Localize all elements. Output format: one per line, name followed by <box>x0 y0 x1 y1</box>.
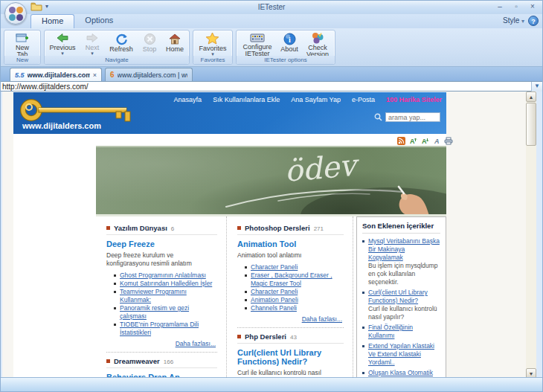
list-item: Channels Paneli <box>245 304 344 312</box>
more-link-wrap: Daha fazlası... <box>106 340 216 347</box>
list-item: Ghost Programının Anlatılması <box>114 271 217 280</box>
refresh-icon <box>115 32 128 45</box>
list-item: TIOBE'nin Programlama Dili İstatistikler… <box>114 321 217 337</box>
post-title-link[interactable]: Animation Tool <box>237 240 344 248</box>
nav-anasayfa[interactable]: Anasayfa <box>174 96 202 103</box>
browser-tab-ie6[interactable]: 6 www.dijitalders.com | www.d... <box>105 68 193 81</box>
font-decrease-icon[interactable]: A <box>420 136 429 145</box>
font-reset-icon[interactable]: A <box>432 136 441 145</box>
about-button[interactable]: i About <box>277 30 301 56</box>
vertical-scrollbar[interactable]: ▲ ▼ <box>526 91 536 379</box>
print-icon[interactable] <box>444 136 453 145</box>
sidebar-title: Son Eklenen İçerikler <box>362 222 440 234</box>
orb-dot-indigo-icon <box>16 14 23 21</box>
post-link[interactable]: Channels Paneli <box>251 304 297 312</box>
list-item: Teamviewer Programını Kullanmak: <box>114 288 217 304</box>
post-link[interactable]: Character Paneli <box>251 263 298 271</box>
list-item: Mysql Veritabanını Başka Bir Makinaya Ko… <box>362 237 440 286</box>
post-link[interactable]: TIOBE'nin Programlama Dili İstatistikler… <box>120 321 199 336</box>
post-link[interactable]: Teamviewer Programını Kullanmak: <box>120 288 187 303</box>
post-link[interactable]: Komut Satırından Halledilen İşler <box>120 280 212 287</box>
dotted-divider <box>237 327 344 328</box>
list-item: Final Özelliğinin Kullanımı <box>362 324 440 340</box>
browser-tab-ie55[interactable]: 5.5 www.dijitalders.com | ... × <box>10 68 102 81</box>
url-dropdown-button[interactable]: ▼ <box>531 82 542 91</box>
orb-dot-orange-icon <box>16 7 23 13</box>
close-tab-icon[interactable]: × <box>93 71 97 79</box>
configure-ietester-button[interactable]: Configure IETester <box>237 30 277 56</box>
url-input[interactable] <box>2 82 523 91</box>
folder-icon[interactable] <box>30 1 42 11</box>
orb-dot-purple-icon <box>9 7 16 13</box>
stop-button[interactable]: Stop <box>138 30 161 56</box>
browser-viewport: Anasayfa Sık Kullanılanlara Ekle Ana Say… <box>2 91 526 379</box>
svg-text:A: A <box>410 138 415 145</box>
bullet-square-icon <box>106 359 110 363</box>
keyboard-icon <box>250 32 265 43</box>
ribbon-tab-row: Home Options Style ▾ ? <box>1 14 542 28</box>
qat-dropdown-icon[interactable]: ▾ <box>45 3 48 10</box>
post-title-link[interactable]: Curl(client Url Library Functions) Nedir… <box>237 348 344 366</box>
post-title-link[interactable]: Deep Freeze <box>106 240 217 248</box>
post-link[interactable]: Ghost Programının Anlatılması <box>120 271 206 279</box>
search-icon <box>374 113 382 121</box>
refresh-button[interactable]: Refresh <box>105 30 138 56</box>
nav-ana-sayfam-yap[interactable]: Ana Sayfam Yap <box>291 96 341 103</box>
nav-harika-siteler[interactable]: 100 Harika Siteler <box>386 96 442 103</box>
tab-options[interactable]: Options <box>74 14 123 28</box>
tab-home[interactable]: Home <box>30 14 74 28</box>
favorites-button[interactable]: Favorites ▾ <box>199 30 226 56</box>
sidebar-link[interactable]: Extend Yapılan Klastaki Ve Extend Klasta… <box>368 342 434 366</box>
nav-sik-kullanilanlara-ekle[interactable]: Sık Kullanılanlara Ekle <box>213 96 280 103</box>
category-header: Php Dersleri 43 <box>237 332 344 344</box>
forward-arrow-icon <box>86 32 99 44</box>
post-link[interactable]: Animation Paneli <box>251 296 298 303</box>
maximize-button[interactable]: ▫ <box>511 2 521 10</box>
sidebar-link[interactable]: Mysql Veritabanını Başka Bir Makinaya Ko… <box>368 237 440 261</box>
minimize-button[interactable]: – <box>495 2 505 10</box>
main-nav: Anasayfa Sık Kullanılanlara Ekle Ana Say… <box>174 96 442 103</box>
orb-dot-teal-icon <box>9 14 16 21</box>
list-item: Character Paneli <box>245 263 344 271</box>
back-arrow-icon <box>56 32 69 44</box>
home-button[interactable]: Home <box>161 30 188 56</box>
sidebar-link[interactable]: Curl(client Url Library Functions) Nedir… <box>368 289 428 304</box>
nav-e-posta[interactable]: e-Posta <box>352 96 375 103</box>
next-button[interactable]: Next ▾ <box>80 30 105 56</box>
help-button[interactable]: ? <box>528 16 539 26</box>
group-label-favorites: Favorites <box>193 56 232 64</box>
bullet-square-icon <box>237 335 241 338</box>
new-tab-button[interactable]: New Tab ▾ <box>10 30 35 56</box>
daha-fazlasi-link[interactable]: Daha fazlası... <box>176 340 216 347</box>
ribbon-group-navigate: Previous ▾ Next ▾ <box>44 30 190 65</box>
list-item: Eraser , Background Eraser , Magic Erase… <box>245 271 344 288</box>
column-photoshop: Photoshop Dersleri 271 Animation Tool An… <box>227 216 353 379</box>
svg-text:A: A <box>422 138 427 145</box>
ribbon-group-new: New Tab ▾ New <box>4 30 41 65</box>
ie6-engine-icon: 6 <box>110 71 115 79</box>
post-link[interactable]: Panoramik resim ve gezi çalışması <box>120 304 189 320</box>
address-bar: ▼ <box>1 81 542 91</box>
font-increase-icon[interactable]: A <box>408 136 417 145</box>
sidebar-desc: Curl ile kullanıcı kontrolü nasıl yapılı… <box>368 305 440 321</box>
app-menu-orb[interactable] <box>4 2 27 25</box>
sidebar-link[interactable]: Final Özelliğinin Kullanımı <box>368 324 413 339</box>
close-button[interactable]: × <box>527 2 538 10</box>
quick-access-toolbar: ▾ <box>30 1 48 11</box>
post-link[interactable]: Eraser , Background Eraser , Magic Erase… <box>251 271 332 287</box>
title-bar: IETester – ▫ × <box>1 1 542 14</box>
scrollbar-thumb[interactable] <box>526 103 536 146</box>
post-description: Deep freeze kurulum ve konfigürasyonu re… <box>106 251 217 268</box>
check-version-button[interactable]: Check Version <box>301 30 334 56</box>
new-tab-icon <box>16 32 29 44</box>
style-selector[interactable]: Style ▾ <box>503 16 524 25</box>
search-input[interactable] <box>385 112 440 122</box>
rss-icon[interactable] <box>396 136 405 145</box>
post-link[interactable]: Character Paneli <box>251 288 298 295</box>
group-label-new: New <box>4 56 40 64</box>
previous-button[interactable]: Previous ▾ <box>45 30 80 56</box>
daha-fazlasi-link[interactable]: Daha fazlası... <box>302 315 342 323</box>
ribbon: New Tab ▾ New Previous ▾ <box>1 28 542 67</box>
site-logo-text: www.dijitalders.com <box>22 121 101 130</box>
scroll-up-icon[interactable]: ▲ <box>526 91 536 102</box>
